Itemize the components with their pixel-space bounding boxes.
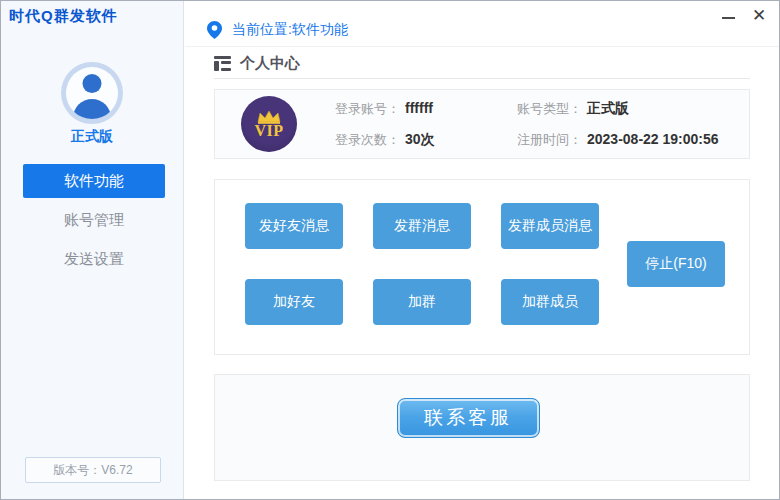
contact-support-button[interactable]: 联系客服 [397, 398, 540, 438]
location-pin-icon [207, 21, 222, 39]
user-icon [66, 67, 118, 119]
sidebar-item-software-functions[interactable]: 软件功能 [23, 164, 165, 198]
login-count-value: 30次 [405, 131, 435, 149]
main-area: ✕ 当前位置:软件功能 个人中心 [185, 1, 779, 499]
app-window: 时代Q群发软件 正式版 软件功能 账号管理 发送设置 版本号：V6.72 ✕ [0, 0, 780, 500]
account-type-value: 正式版 [587, 100, 629, 118]
edition-label: 正式版 [1, 128, 183, 146]
send-group-member-message-button[interactable]: 发群成员消息 [501, 203, 599, 249]
account-type-field: 账号类型： 正式版 [517, 100, 719, 118]
sidebar: 时代Q群发软件 正式版 软件功能 账号管理 发送设置 版本号：V6.72 [1, 1, 184, 499]
account-info-panel: VIP 登录账号： ffffff 账号类型： 正式版 登录次数： 30次 注册时… [214, 89, 750, 159]
account-info-grid: 登录账号： ffffff 账号类型： 正式版 登录次数： 30次 注册时间： 2… [335, 100, 719, 149]
version-label: 版本号：V6.72 [25, 457, 161, 483]
profile-section-title: 个人中心 [240, 54, 300, 73]
register-time-value: 2023-08-22 19:00:56 [587, 131, 719, 147]
sidebar-item-send-settings[interactable]: 发送设置 [23, 242, 165, 276]
login-account-value: ffffff [405, 100, 433, 116]
profile-panel-icon [214, 56, 231, 71]
vip-badge-label: VIP [254, 124, 283, 138]
sidebar-menu: 软件功能 账号管理 发送设置 [23, 164, 165, 281]
function-buttons-panel: 发好友消息 发群消息 发群成员消息 停止(F10) 加好友 加群 加群成员 [214, 179, 750, 355]
add-group-button[interactable]: 加群 [373, 279, 471, 325]
login-count-field: 登录次数： 30次 [335, 131, 517, 149]
add-friend-button[interactable]: 加好友 [245, 279, 343, 325]
vip-badge: VIP [241, 96, 297, 152]
send-friend-message-button[interactable]: 发好友消息 [245, 203, 343, 249]
login-account-field: 登录账号： ffffff [335, 100, 517, 118]
profile-section-header: 个人中心 [214, 49, 750, 79]
app-title: 时代Q群发软件 [9, 7, 118, 26]
support-panel: 联系客服 [214, 374, 750, 481]
send-group-message-button[interactable]: 发群消息 [373, 203, 471, 249]
stop-button[interactable]: 停止(F10) [627, 241, 725, 287]
current-location-label: 当前位置:软件功能 [232, 21, 348, 39]
sidebar-item-account-management[interactable]: 账号管理 [23, 203, 165, 237]
add-group-member-button[interactable]: 加群成员 [501, 279, 599, 325]
register-time-field: 注册时间： 2023-08-22 19:00:56 [517, 131, 719, 149]
avatar [61, 62, 123, 124]
location-bar: 当前位置:软件功能 [185, 1, 779, 47]
